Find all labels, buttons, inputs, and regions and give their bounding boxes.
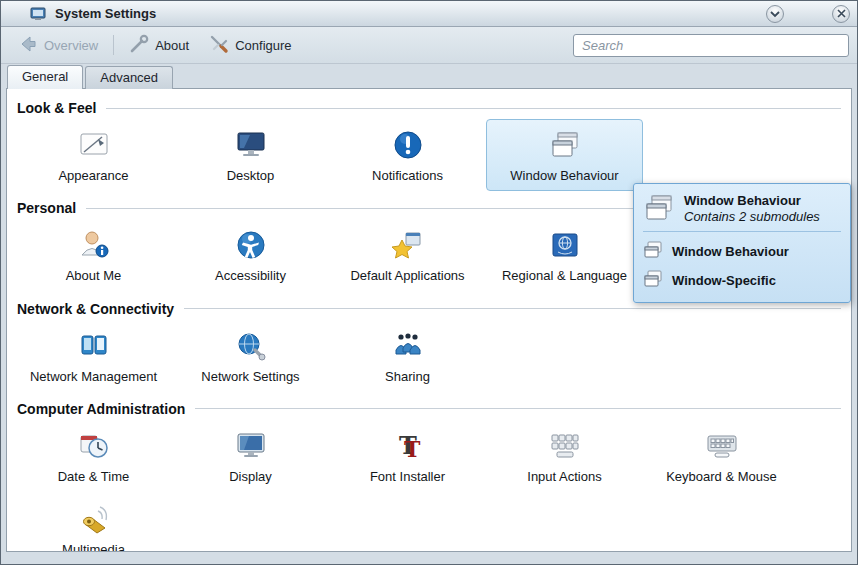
item-row: Network Management Network Settings Shar…	[11, 319, 847, 392]
module-about-me[interactable]: About Me	[15, 219, 172, 291]
module-date-time[interactable]: Date & Time	[15, 420, 172, 492]
tab-advanced[interactable]: Advanced	[85, 66, 173, 89]
module-tooltip: Window Behaviour Contains 2 submodules W…	[633, 183, 851, 303]
tooltip-submodule-label: Window-Specific	[672, 273, 776, 288]
module-regional-language[interactable]: Regional & Language	[486, 219, 643, 291]
module-default-applications[interactable]: Default Applications	[329, 219, 486, 291]
module-label: Display	[229, 470, 272, 484]
app-icon	[30, 6, 46, 22]
item-row: Date & Time Display TT Font Installer In…	[11, 419, 847, 492]
wrench-icon	[129, 34, 149, 57]
module-network-settings[interactable]: Network Settings	[172, 320, 329, 392]
section-title: Network & Connectivity	[17, 301, 174, 317]
desktop-icon	[235, 129, 267, 161]
module-label: Input Actions	[527, 470, 601, 484]
module-label: Network Settings	[201, 370, 299, 384]
item-row: Multimedia	[11, 492, 847, 552]
network-management-icon	[78, 330, 110, 362]
tooltip-divider	[643, 231, 841, 232]
appearance-icon	[78, 129, 110, 161]
module-label: Accessibility	[215, 269, 286, 283]
content-pane: Look & Feel Appearance Desktop Notifi	[6, 88, 852, 552]
section-title: Computer Administration	[17, 401, 185, 417]
module-network-management[interactable]: Network Management	[15, 320, 172, 392]
module-label: Sharing	[385, 370, 430, 384]
sharing-icon	[392, 330, 424, 362]
module-window-behaviour[interactable]: Window Behaviour	[486, 119, 643, 191]
module-label: Network Management	[30, 370, 157, 384]
module-notifications[interactable]: Notifications	[329, 119, 486, 191]
toolbar: Overview About Configure	[1, 27, 857, 64]
tooltip-submodule: Window-Specific	[643, 266, 841, 295]
module-label: Font Installer	[370, 470, 445, 484]
module-label: Multimedia	[62, 543, 125, 552]
module-appearance[interactable]: Appearance	[15, 119, 172, 191]
tooltip-submodule: Window Behaviour	[643, 237, 841, 266]
section-divider	[195, 408, 841, 409]
about-me-icon	[78, 229, 110, 261]
section-divider	[106, 108, 841, 109]
accessibility-icon	[235, 229, 267, 261]
section-header-look-and-feel: Look & Feel	[17, 100, 841, 116]
module-label: Window Behaviour	[510, 169, 618, 183]
module-sharing[interactable]: Sharing	[329, 320, 486, 392]
window-icon	[643, 269, 663, 292]
module-label: Keyboard & Mouse	[666, 470, 777, 484]
about-button[interactable]: About	[120, 29, 198, 62]
module-label: Regional & Language	[502, 269, 627, 283]
overview-button[interactable]: Overview	[9, 29, 107, 62]
back-arrow-icon	[18, 34, 38, 57]
close-button[interactable]	[832, 5, 850, 23]
module-label: Default Applications	[350, 269, 464, 283]
module-keyboard-mouse[interactable]: Keyboard & Mouse	[643, 420, 800, 492]
svg-text:T: T	[404, 436, 421, 462]
default-applications-icon	[392, 229, 424, 261]
overview-label: Overview	[44, 38, 98, 53]
multimedia-icon	[78, 503, 110, 535]
keyboard-mouse-icon	[706, 430, 738, 462]
module-multimedia[interactable]: Multimedia	[15, 493, 172, 552]
module-input-actions[interactable]: Input Actions	[486, 420, 643, 492]
module-accessibility[interactable]: Accessibility	[172, 219, 329, 291]
search-input[interactable]	[573, 34, 849, 57]
tools-icon	[209, 34, 229, 57]
section-title: Look & Feel	[17, 100, 96, 116]
system-settings-window: System Settings Overview About	[0, 0, 858, 565]
item-row: Appearance Desktop Notifications Window …	[11, 118, 847, 191]
notifications-icon	[392, 129, 424, 161]
module-font-installer[interactable]: TT Font Installer	[329, 420, 486, 492]
section-header-computer-administration: Computer Administration	[17, 401, 841, 417]
tooltip-submodule-label: Window Behaviour	[672, 244, 789, 259]
about-label: About	[155, 38, 189, 53]
module-desktop[interactable]: Desktop	[172, 119, 329, 191]
module-label: Appearance	[58, 169, 128, 183]
module-label: Desktop	[227, 169, 275, 183]
module-display[interactable]: Display	[172, 420, 329, 492]
shade-button[interactable]	[766, 5, 784, 23]
font-installer-icon: TT	[392, 430, 424, 462]
configure-button[interactable]: Configure	[200, 29, 300, 62]
date-time-icon	[78, 430, 110, 462]
tooltip-header: Window Behaviour Contains 2 submodules	[643, 192, 841, 224]
section-title: Personal	[17, 200, 76, 216]
configure-label: Configure	[235, 38, 291, 53]
module-label: About Me	[66, 269, 122, 283]
titlebar[interactable]: System Settings	[1, 1, 857, 27]
tab-bar: General Advanced	[1, 64, 857, 88]
tooltip-title: Window Behaviour	[684, 193, 820, 208]
window-icon	[643, 240, 663, 263]
section-divider	[184, 308, 841, 309]
display-icon	[235, 430, 267, 462]
toolbar-separator	[113, 35, 114, 55]
regional-language-icon	[549, 229, 581, 261]
window-title: System Settings	[55, 6, 156, 21]
tooltip-subtitle: Contains 2 submodules	[684, 209, 820, 224]
tab-general[interactable]: General	[7, 65, 83, 89]
window-behaviour-icon	[643, 192, 675, 224]
window-behaviour-icon	[549, 129, 581, 161]
network-settings-icon	[235, 330, 267, 362]
module-label: Date & Time	[58, 470, 130, 484]
module-label: Notifications	[372, 169, 443, 183]
input-actions-icon	[549, 430, 581, 462]
